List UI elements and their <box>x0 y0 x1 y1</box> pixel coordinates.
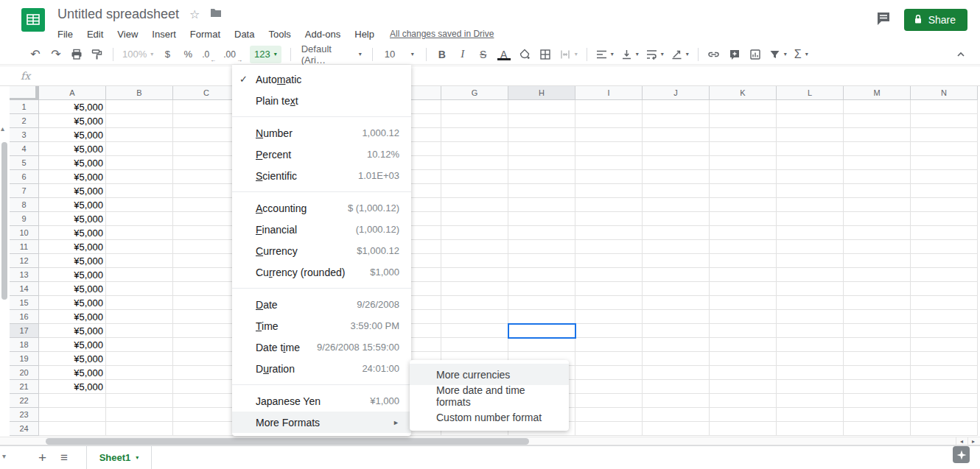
cell-c21[interactable] <box>173 380 240 394</box>
cell-c8[interactable] <box>173 198 240 212</box>
cell-l8[interactable] <box>777 198 844 212</box>
cell-i21[interactable] <box>575 380 643 394</box>
cell-j10[interactable] <box>643 226 710 240</box>
cell-i3[interactable] <box>575 128 643 142</box>
font-size-select[interactable]: 10▾ <box>382 46 417 63</box>
cell-c18[interactable] <box>173 338 240 352</box>
cell-b17[interactable] <box>106 324 173 338</box>
cell-a7[interactable]: ¥5,000 <box>39 184 106 198</box>
row-header-24[interactable]: 24 <box>10 422 39 436</box>
cell-g7[interactable] <box>441 184 508 198</box>
row-header-16[interactable]: 16 <box>10 310 39 324</box>
cell-a20[interactable]: ¥5,000 <box>39 366 106 380</box>
cell-h2[interactable] <box>508 114 575 128</box>
horizontal-align-button[interactable]: ▾ <box>596 46 614 63</box>
cell-h16[interactable] <box>508 310 575 324</box>
cell-m22[interactable] <box>844 394 911 408</box>
cell-i13[interactable] <box>575 268 643 282</box>
cell-b20[interactable] <box>106 366 173 380</box>
cell-i9[interactable] <box>575 212 643 226</box>
strikethrough-button[interactable]: S <box>477 46 490 63</box>
cell-a16[interactable]: ¥5,000 <box>39 310 106 324</box>
cell-m23[interactable] <box>844 408 911 422</box>
cell-b14[interactable] <box>106 282 173 296</box>
cell-j11[interactable] <box>643 240 710 254</box>
cell-k12[interactable] <box>710 254 777 268</box>
fill-color-button[interactable] <box>518 46 531 63</box>
formula-bar[interactable]: fx <box>0 66 980 86</box>
paint-format-button[interactable] <box>91 46 104 63</box>
cell-k23[interactable] <box>710 408 777 422</box>
row-header-21[interactable]: 21 <box>10 380 39 394</box>
cell-c15[interactable] <box>173 296 240 310</box>
row-header-10[interactable]: 10 <box>10 226 39 240</box>
cell-n10[interactable] <box>911 226 978 240</box>
cell-b2[interactable] <box>106 114 173 128</box>
cell-b16[interactable] <box>106 310 173 324</box>
cell-b8[interactable] <box>106 198 173 212</box>
column-header-m[interactable]: M <box>844 86 911 100</box>
cell-h4[interactable] <box>508 142 575 156</box>
cell-i1[interactable] <box>575 100 643 114</box>
cell-k20[interactable] <box>710 366 777 380</box>
cell-b1[interactable] <box>106 100 173 114</box>
row-header-15[interactable]: 15 <box>10 296 39 310</box>
cell-k3[interactable] <box>710 128 777 142</box>
cell-l9[interactable] <box>777 212 844 226</box>
cell-g6[interactable] <box>441 170 508 184</box>
cell-m5[interactable] <box>844 156 911 170</box>
cell-j20[interactable] <box>643 366 710 380</box>
row-header-8[interactable]: 8 <box>10 198 39 212</box>
cell-a15[interactable]: ¥5,000 <box>39 296 106 310</box>
cell-b22[interactable] <box>106 394 173 408</box>
row-header-14[interactable]: 14 <box>10 282 39 296</box>
cell-l23[interactable] <box>777 408 844 422</box>
row-header-6[interactable]: 6 <box>10 170 39 184</box>
font-family-select[interactable]: Default (Ari…▾ <box>300 46 363 63</box>
cell-i15[interactable] <box>575 296 643 310</box>
cell-g17[interactable] <box>441 324 508 338</box>
cell-a14[interactable]: ¥5,000 <box>39 282 106 296</box>
cell-c14[interactable] <box>173 282 240 296</box>
merge-cells-button[interactable]: ▾ <box>559 46 578 63</box>
cell-i2[interactable] <box>575 114 643 128</box>
cell-g2[interactable] <box>441 114 508 128</box>
cell-l22[interactable] <box>777 394 844 408</box>
cell-j12[interactable] <box>643 254 710 268</box>
cell-b3[interactable] <box>106 128 173 142</box>
cell-k7[interactable] <box>710 184 777 198</box>
cell-k9[interactable] <box>710 212 777 226</box>
vertical-scrollbar[interactable]: ▴ <box>0 86 10 437</box>
format-menu-item-time[interactable]: Time3:59:00 PM <box>232 315 411 336</box>
cell-c4[interactable] <box>173 142 240 156</box>
cell-a1[interactable]: ¥5,000 <box>39 100 106 114</box>
functions-button[interactable]: Σ▾ <box>794 46 808 63</box>
cell-j15[interactable] <box>643 296 710 310</box>
row-header-12[interactable]: 12 <box>10 254 39 268</box>
cell-c9[interactable] <box>173 212 240 226</box>
cell-b18[interactable] <box>106 338 173 352</box>
cell-m17[interactable] <box>844 324 911 338</box>
cell-i11[interactable] <box>575 240 643 254</box>
format-menu-item-percent[interactable]: Percent10.12% <box>232 144 411 165</box>
star-icon[interactable]: ☆ <box>189 7 200 21</box>
cell-j21[interactable] <box>643 380 710 394</box>
cell-l18[interactable] <box>777 338 844 352</box>
cell-c6[interactable] <box>173 170 240 184</box>
cell-j22[interactable] <box>643 394 710 408</box>
filter-button[interactable]: ▾ <box>769 46 787 63</box>
cell-k14[interactable] <box>710 282 777 296</box>
row-header-2[interactable]: 2 <box>10 114 39 128</box>
cell-i12[interactable] <box>575 254 643 268</box>
cell-h1[interactable] <box>508 100 575 114</box>
cell-b4[interactable] <box>106 142 173 156</box>
cell-c17[interactable] <box>173 324 240 338</box>
cell-h14[interactable] <box>508 282 575 296</box>
format-menu-item-currency[interactable]: Currency$1,000.12 <box>232 240 411 261</box>
cell-l15[interactable] <box>777 296 844 310</box>
format-percent-button[interactable]: % <box>181 46 195 63</box>
row-header-1[interactable]: 1 <box>10 100 39 114</box>
cell-l20[interactable] <box>777 366 844 380</box>
more-formats-button[interactable]: 123▾ <box>250 46 281 63</box>
borders-button[interactable] <box>539 46 552 63</box>
